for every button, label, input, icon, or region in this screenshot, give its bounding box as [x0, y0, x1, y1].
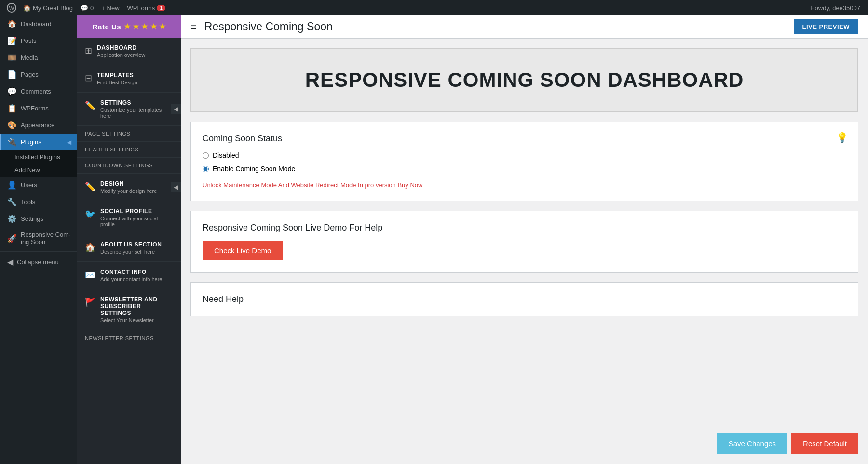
coming-soon-card-title: Coming Soon Status — [203, 134, 846, 144]
sidebar-divider — [0, 251, 77, 252]
plugin-section-newsletter-settings[interactable]: NEWSLETTER SETTINGS — [77, 330, 181, 346]
reset-default-button[interactable]: Reset Default — [791, 433, 858, 454]
newsletter-flag-icon: 🚩 — [85, 297, 95, 308]
sidebar-item-comments[interactable]: 💬 Comments — [0, 83, 77, 100]
content-area: RESPONSIVE COMING SOON DASHBOARD 💡 Comin… — [181, 39, 868, 464]
admin-bar-howdy: Howdy, dee35007 — [806, 4, 864, 12]
plugins-submenu: Installed Plugins Add New — [0, 150, 77, 177]
collapse-icon: ◀ — [7, 258, 13, 267]
need-help-card: Need Help — [190, 282, 858, 316]
coming-soon-status-card: 💡 Coming Soon Status Disabled Enable Com… — [190, 122, 858, 201]
radio-disabled[interactable] — [203, 152, 209, 159]
lightbulb-icon: 💡 — [836, 132, 848, 143]
check-live-demo-button[interactable]: Check Live Demo — [203, 241, 283, 260]
appearance-icon: 🎨 — [7, 121, 17, 130]
about-home-icon: 🏠 — [85, 242, 95, 253]
radio-enable[interactable] — [203, 166, 209, 172]
admin-bar-comments[interactable]: 💬 0 — [77, 0, 97, 15]
dashboard-grid-icon: ⊞ — [85, 45, 92, 56]
live-preview-button[interactable]: LIVE PREVIEW — [794, 19, 858, 34]
unlock-pro-link[interactable]: Unlock Maintenance Mode And Website Redi… — [203, 181, 422, 189]
sidebar-item-settings[interactable]: ⚙️ Settings — [0, 210, 77, 227]
radio-option-disabled[interactable]: Disabled — [203, 151, 846, 159]
sidebar-item-pages[interactable]: 📄 Pages — [0, 66, 77, 83]
templates-icon: ⊟ — [85, 73, 92, 83]
plugin-menu-settings[interactable]: ✏️ SETTINGS Customize your templates her… — [77, 93, 181, 126]
main-content: ≡ Responsive Coming Soon LIVE PREVIEW RE… — [181, 15, 868, 464]
menu-toggle-icon[interactable]: ≡ — [190, 21, 197, 33]
sidebar-item-posts[interactable]: 📝 Posts — [0, 32, 77, 49]
tools-icon: 🔧 — [7, 197, 17, 206]
plugin-menu-templates[interactable]: ⊟ TEMPLATES Find Best Design — [77, 65, 181, 93]
page-header: ≡ Responsive Coming Soon LIVE PREVIEW — [181, 15, 868, 39]
wp-logo[interactable]: W — [4, 0, 19, 15]
plugin-menu-contact[interactable]: ✉️ CONTACT INFO Add your contact info he… — [77, 262, 181, 289]
save-changes-button[interactable]: Save Changes — [717, 433, 787, 454]
sidebar-item-plugins[interactable]: 🔌 Plugins ◀ — [0, 134, 77, 150]
dashboard-banner: RESPONSIVE COMING SOON DASHBOARD — [190, 48, 858, 112]
design-icon: ✏️ — [85, 181, 95, 192]
contact-envelope-icon: ✉️ — [85, 270, 95, 280]
responsive-icon: 🚀 — [7, 234, 17, 243]
live-demo-card: Responsive Coming Soon Live Demo For Hel… — [190, 211, 858, 273]
plugin-section-header-settings[interactable]: HEADER SETTINGS — [77, 142, 181, 158]
plugins-arrow: ◀ — [67, 139, 71, 146]
live-demo-title: Responsive Coming Soon Live Demo For Hel… — [203, 223, 846, 233]
pages-icon: 📄 — [7, 70, 17, 79]
posts-icon: 📝 — [7, 36, 17, 45]
sidebar-subitem-add-new[interactable]: Add New — [0, 164, 77, 177]
plugin-menu-about[interactable]: 🏠 ABOUT US SECTION Describe your self he… — [77, 234, 181, 262]
coming-soon-radio-group: Disabled Enable Coming Soon Mode — [203, 151, 846, 173]
bottom-actions: Save Changes Reset Default — [717, 433, 858, 454]
plugin-section-countdown-settings[interactable]: COUNTDOWN SETTINGS — [77, 158, 181, 174]
settings-icon: ⚙️ — [7, 214, 17, 223]
users-icon: 👤 — [7, 180, 17, 190]
plugin-menu-design[interactable]: ✏️ DESIGN Modify your design here ◀ — [77, 174, 181, 201]
settings-pencil-icon: ✏️ — [85, 100, 95, 111]
sidebar-item-users[interactable]: 👤 Users — [0, 177, 77, 193]
plugin-menu-social[interactable]: 🐦 SOCIAL PROFILE Connect with your socia… — [77, 201, 181, 234]
sidebar-subitem-installed-plugins[interactable]: Installed Plugins — [0, 150, 77, 164]
plugin-sidebar: Rate Us ★ ★ ★ ★ ★ ⊞ DASHBOARD Applicatio… — [77, 15, 181, 464]
plugin-section-page-settings[interactable]: PAGE SETTINGS — [77, 126, 181, 142]
design-collapse-toggle[interactable]: ◀ — [171, 182, 181, 192]
admin-bar-new[interactable]: + New — [97, 0, 123, 15]
rating-stars: ★ ★ ★ ★ ★ — [124, 22, 165, 31]
sidebar-item-dashboard[interactable]: 🏠 Dashboard — [0, 15, 77, 32]
sidebar-item-appearance[interactable]: 🎨 Appearance — [0, 117, 77, 134]
admin-bar: W 🏠 My Great Blog 💬 0 + New WPForms 1 Ho… — [0, 0, 868, 15]
rate-us-button[interactable]: Rate Us ★ ★ ★ ★ ★ — [77, 15, 181, 38]
wp-sidebar: 🏠 Dashboard 📝 Posts 🎞️ Media 📄 Pages 💬 C… — [0, 15, 77, 464]
plugin-menu-newsletter[interactable]: 🚩 NEWSLETTER AND SUBSCRIBER SETTINGS Sel… — [77, 289, 181, 330]
dashboard-banner-title: RESPONSIVE COMING SOON DASHBOARD — [201, 68, 848, 92]
admin-bar-site[interactable]: 🏠 My Great Blog — [19, 0, 77, 15]
twitter-icon: 🐦 — [85, 209, 95, 219]
comment-icon: 💬 — [81, 4, 88, 12]
settings-collapse-toggle[interactable]: ◀ — [171, 104, 181, 114]
need-help-title: Need Help — [203, 294, 846, 304]
plugins-icon: 🔌 — [7, 137, 17, 147]
sidebar-item-tools[interactable]: 🔧 Tools — [0, 193, 77, 210]
plugin-menu-dashboard[interactable]: ⊞ DASHBOARD Application overview — [77, 38, 181, 65]
sidebar-item-media[interactable]: 🎞️ Media — [0, 49, 77, 66]
radio-option-enable[interactable]: Enable Coming Soon Mode — [203, 165, 846, 173]
sidebar-item-collapse[interactable]: ◀ Collapse menu — [0, 254, 77, 271]
comments-icon: 💬 — [7, 87, 17, 96]
page-title: Responsive Coming Soon — [204, 20, 786, 33]
sidebar-item-responsive[interactable]: 🚀 Responsive Com- ing Soon — [0, 227, 77, 249]
sidebar-item-wpforms[interactable]: 📋 WPForms — [0, 100, 77, 117]
media-icon: 🎞️ — [7, 53, 17, 62]
wpforms-icon: 📋 — [7, 104, 17, 113]
svg-text:W: W — [9, 5, 14, 11]
admin-bar-wpforms[interactable]: WPForms 1 — [123, 0, 170, 15]
dashboard-icon: 🏠 — [7, 19, 17, 28]
house-icon: 🏠 — [23, 4, 31, 12]
wpforms-badge: 1 — [157, 5, 165, 11]
